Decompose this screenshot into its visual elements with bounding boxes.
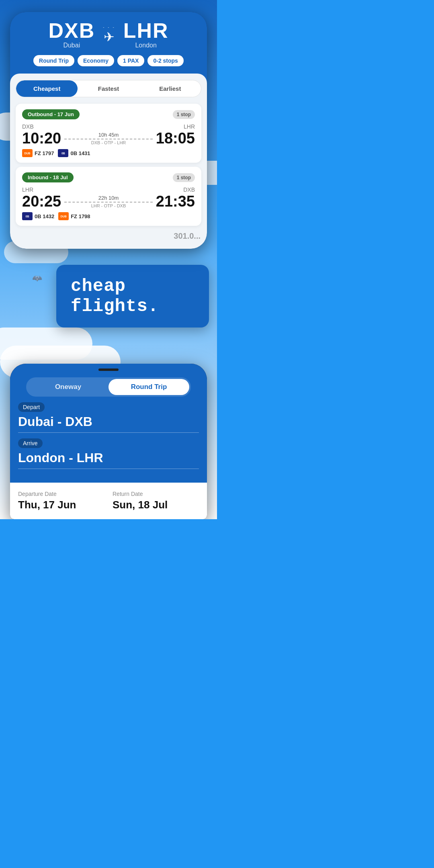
- tarom-logo-2: 0B: [22, 212, 33, 220]
- outbound-airline1: DUB FZ 1797: [22, 149, 54, 157]
- depart-city[interactable]: Dubai - DXB: [18, 414, 199, 433]
- inbound-duration: 22h 10m: [64, 195, 153, 201]
- tab-earliest[interactable]: Earliest: [139, 80, 201, 97]
- stops-pill[interactable]: 0-2 stops: [147, 55, 183, 66]
- dest-code: LHR: [123, 20, 169, 41]
- outbound-label: Outbound - 17 Jun: [22, 109, 80, 119]
- flight-header: DXB Dubai - - - ✈ LHR London: [10, 12, 207, 55]
- depart-label: Depart: [18, 402, 45, 412]
- outbound-card[interactable]: Outbound - 17 Jun 1 stop DXB LHR 10:20 1…: [16, 104, 201, 163]
- dest-airport: LHR London: [123, 20, 169, 49]
- outbound-flight2: 0B 1431: [70, 150, 90, 156]
- outbound-via: DXB - OTP - LHR: [64, 140, 153, 145]
- departure-date-value: Thu, 17 Jun: [18, 499, 104, 511]
- inbound-airline2: DUB FZ 1798: [58, 212, 90, 220]
- promo-section: cheap flights.: [0, 249, 217, 336]
- inbound-label: Inbound - 18 Jul: [22, 172, 74, 182]
- search-form: Depart Dubai - DXB Arrive London - LHR: [10, 402, 207, 483]
- outbound-stops: 1 stop: [173, 110, 195, 119]
- outbound-route-info: 10h 45m DXB - OTP - LHR: [61, 132, 156, 145]
- return-date-label: Return Date: [113, 491, 199, 497]
- route-line: [64, 139, 153, 139]
- origin-airport: DXB Dubai: [48, 20, 95, 49]
- oneway-button[interactable]: Oneway: [28, 379, 108, 395]
- inbound-origin: LHR: [22, 186, 33, 193]
- tab-fastest[interactable]: Fastest: [78, 80, 139, 97]
- tab-cheapest[interactable]: Cheapest: [16, 80, 78, 97]
- arrive-label: Arrive: [18, 438, 43, 448]
- bottom-phone: Oneway Round Trip Depart Dubai - DXB Arr…: [10, 364, 207, 519]
- tarom-logo: 0B: [58, 149, 68, 157]
- dubai-logo: DUB: [22, 149, 33, 157]
- inbound-airline1: 0B 0B 1432: [22, 212, 54, 220]
- inbound-airlines: 0B 0B 1432 DUB FZ 1798: [22, 212, 195, 220]
- depart-field[interactable]: Depart Dubai - DXB: [18, 402, 199, 433]
- origin-city: Dubai: [48, 42, 95, 49]
- inbound-arrive-time: 21:35: [156, 194, 195, 209]
- route-line-2: [64, 202, 153, 203]
- departure-date-col[interactable]: Departure Date Thu, 17 Jun: [18, 491, 104, 511]
- outbound-arrive-time: 18:05: [156, 131, 195, 146]
- cheap-flights-bubble: cheap flights.: [56, 265, 209, 328]
- filter-pills: Round Trip Economy 1 PAX 0-2 stops: [10, 55, 207, 74]
- dubai-logo-2: DUB: [58, 212, 69, 220]
- arrive-city[interactable]: London - LHR: [18, 450, 199, 469]
- inbound-via: LHR - OTP - DXB: [64, 203, 153, 208]
- notch: [98, 368, 119, 371]
- inbound-depart-time: 20:25: [22, 194, 61, 209]
- cabin-pill[interactable]: Economy: [78, 55, 114, 66]
- trip-toggle: Oneway Round Trip: [26, 377, 191, 397]
- arrive-field[interactable]: Arrive London - LHR: [18, 438, 199, 469]
- plane-icon: - - - ✈: [103, 25, 115, 45]
- sort-tabs: Cheapest Fastest Earliest: [16, 80, 201, 97]
- inbound-flight1: 0B 1432: [35, 213, 54, 219]
- top-phone: DXB Dubai - - - ✈ LHR London Round Trip …: [10, 12, 207, 249]
- phone-notch-area: Oneway Round Trip: [10, 364, 207, 402]
- origin-code: DXB: [48, 20, 95, 41]
- outbound-origin: DXB: [22, 123, 34, 130]
- pax-pill[interactable]: 1 PAX: [117, 55, 144, 66]
- airplane-symbol: ✈: [104, 29, 115, 45]
- outbound-duration: 10h 45m: [64, 132, 153, 138]
- return-date-value: Sun, 18 Jul: [113, 499, 199, 511]
- departure-date-label: Departure Date: [18, 491, 104, 497]
- outbound-depart-time: 10:20: [22, 131, 61, 146]
- cheap-flights-text: cheap flights.: [71, 276, 159, 316]
- inbound-card[interactable]: Inbound - 18 Jul 1 stop LHR DXB 20:25 22…: [16, 167, 201, 226]
- round-trip-button[interactable]: Round Trip: [108, 379, 189, 395]
- price-partial: 301.0...: [16, 230, 201, 242]
- inbound-route-info: 22h 10m LHR - OTP - DXB: [61, 195, 156, 208]
- trip-type-pill[interactable]: Round Trip: [33, 55, 74, 66]
- inbound-dest: DXB: [183, 186, 195, 193]
- inbound-stops: 1 stop: [173, 173, 195, 182]
- outbound-flight1: FZ 1797: [35, 150, 54, 156]
- outbound-airline2: 0B 0B 1431: [58, 149, 90, 157]
- outbound-airlines: DUB FZ 1797 0B 0B 1431: [22, 149, 195, 157]
- return-date-col[interactable]: Return Date Sun, 18 Jul: [113, 491, 199, 511]
- outbound-dest: LHR: [184, 123, 195, 130]
- dest-city: London: [123, 42, 169, 49]
- search-results: Cheapest Fastest Earliest Outbound - 17 …: [10, 74, 207, 249]
- dates-section: Departure Date Thu, 17 Jun Return Date S…: [10, 483, 207, 519]
- inbound-flight2: FZ 1798: [71, 213, 90, 219]
